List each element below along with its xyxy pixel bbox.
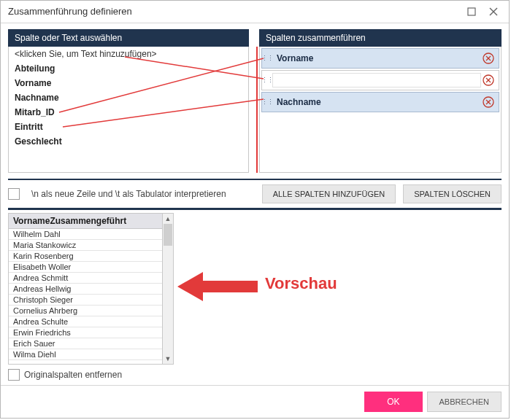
- titlebar: Zusammenführung definieren: [1, 1, 509, 23]
- annotation-label: Vorschau: [265, 274, 337, 293]
- drag-handle-icon[interactable]: ⋮⋮: [262, 98, 272, 106]
- maximize-button[interactable]: [461, 1, 483, 22]
- merge-row-label: Nachname: [272, 97, 481, 107]
- svg-rect-0: [468, 8, 475, 15]
- merge-row-label: Vorname: [272, 53, 481, 63]
- table-row: Wilma Diehl: [9, 349, 162, 360]
- annotation-divider: [256, 47, 258, 174]
- source-column-list: <klicken Sie, um Text hinzuzufügen> Abte…: [8, 47, 249, 174]
- table-row: Wilhelm Dahl: [9, 229, 162, 240]
- interpret-escape-checkbox[interactable]: [8, 188, 20, 200]
- clear-columns-button[interactable]: SPALTEN LÖSCHEN: [403, 184, 502, 203]
- merge-row[interactable]: ⋮⋮ Nachname: [261, 92, 499, 112]
- preview-scrollbar[interactable]: ▲ ▼: [163, 213, 174, 365]
- source-column-item[interactable]: Geschlecht: [9, 134, 248, 149]
- preview-table: VornameZusammengeführt Wilhelm Dahl Mari…: [8, 213, 163, 365]
- source-column-item[interactable]: Nachname: [9, 90, 248, 105]
- svg-marker-15: [177, 272, 258, 301]
- bottom-options: Originalspalten entfernen: [8, 365, 502, 385]
- table-row: Karin Rosenberg: [9, 251, 162, 262]
- scroll-thumb[interactable]: [164, 224, 172, 246]
- merge-column-list: ⋮⋮ Vorname ⋮⋮ ⋮⋮: [259, 47, 502, 174]
- options-row: \n als neue Zeile und \t als Tabulator i…: [8, 179, 502, 206]
- source-columns-panel: Spalte oder Text auswählen <klicken Sie,…: [8, 29, 249, 174]
- table-row: Andrea Schmitt: [9, 273, 162, 284]
- mapping-panels: Spalte oder Text auswählen <klicken Sie,…: [8, 29, 502, 174]
- ok-button[interactable]: OK: [364, 392, 422, 412]
- cancel-button[interactable]: ABBRECHEN: [427, 392, 502, 412]
- drag-handle-icon[interactable]: ⋮⋮: [262, 55, 272, 62]
- source-column-item[interactable]: Vorname: [9, 76, 248, 90]
- close-button[interactable]: [483, 1, 504, 22]
- merge-row-input[interactable]: [272, 73, 481, 88]
- dialog-window: Zusammenführung definieren Spalte oder T…: [0, 0, 510, 419]
- source-column-item[interactable]: Abteilung: [9, 61, 248, 76]
- dialog-footer: OK ABBRECHEN: [1, 385, 509, 418]
- scroll-up-icon[interactable]: ▲: [163, 214, 173, 224]
- remove-row-button[interactable]: [481, 73, 496, 88]
- annotation-arrow-icon: [177, 268, 258, 305]
- window-title: Zusammenführung definieren: [8, 6, 461, 17]
- preview-column-header: VornameZusammengeführt: [9, 214, 162, 229]
- merge-row[interactable]: ⋮⋮ Vorname: [261, 48, 499, 69]
- source-column-item[interactable]: Mitarb_ID: [9, 105, 248, 120]
- source-panel-header: Spalte oder Text auswählen: [8, 29, 249, 47]
- add-text-placeholder[interactable]: <klicken Sie, um Text hinzuzufügen>: [9, 47, 248, 61]
- drag-handle-icon[interactable]: ⋮⋮: [262, 77, 272, 84]
- table-row: Elisabeth Woller: [9, 262, 162, 273]
- add-all-columns-button[interactable]: ALLE SPALTEN HINZUFÜGEN: [262, 184, 396, 203]
- table-row: Erich Sauer: [9, 338, 162, 349]
- scroll-track[interactable]: [163, 224, 173, 354]
- table-row: Erwin Friedrichs: [9, 327, 162, 338]
- merge-panel-header: Spalten zusammenführen: [259, 29, 502, 47]
- table-row: Cornelius Ahrberg: [9, 306, 162, 316]
- preview-area: VornameZusammengeführt Wilhelm Dahl Mari…: [8, 208, 502, 365]
- merge-columns-panel: Spalten zusammenführen ⋮⋮ Vorname ⋮⋮: [259, 29, 502, 174]
- remove-row-button[interactable]: [481, 95, 496, 109]
- remove-originals-label: Originalspalten entfernen: [24, 370, 122, 380]
- table-row: Andreas Hellwig: [9, 284, 162, 295]
- remove-row-button[interactable]: [481, 51, 496, 66]
- source-column-item[interactable]: Eintritt: [9, 120, 248, 134]
- remove-originals-checkbox[interactable]: [8, 369, 20, 381]
- merge-row[interactable]: ⋮⋮: [261, 70, 499, 90]
- table-row: Maria Stankowicz: [9, 240, 162, 251]
- scroll-down-icon[interactable]: ▼: [163, 354, 173, 364]
- table-row: Christoph Sieger: [9, 295, 162, 306]
- interpret-escape-label: \n als neue Zeile und \t als Tabulator i…: [31, 189, 226, 199]
- table-row: Andrea Schulte: [9, 316, 162, 327]
